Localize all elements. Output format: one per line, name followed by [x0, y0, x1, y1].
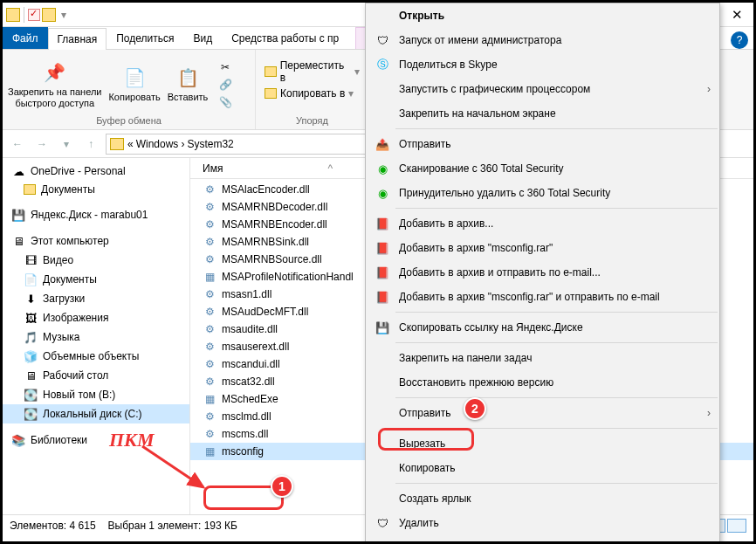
folder-icon	[6, 8, 20, 22]
file-name: msaudite.dll	[222, 323, 278, 335]
paste-button[interactable]: 📋Вставить	[168, 65, 209, 102]
nav-onedrive[interactable]: ☁OneDrive - Personal	[3, 162, 189, 181]
file-icon: ⚙	[203, 375, 216, 389]
nav-thispc[interactable]: 🖥Этот компьютер	[3, 231, 189, 251]
file-icon: ⚙	[203, 217, 216, 231]
file-icon: ▦	[203, 270, 216, 284]
cm-restore[interactable]: Восстановить прежнюю версию	[366, 370, 719, 395]
file-name: MSchedExe	[222, 393, 278, 405]
cm-pintask[interactable]: Закрепить на панели задач	[366, 346, 719, 370]
cm-arch1[interactable]: 📕Добавить в архив...	[366, 211, 719, 236]
cm-open[interactable]: Открыть	[366, 3, 719, 28]
file-name: MSAMRNBSink.dll	[222, 236, 309, 248]
copypath-small-button[interactable]: 🔗	[215, 77, 236, 93]
nav-3d[interactable]: 🧊Объемные объекты	[3, 347, 189, 366]
nav-downloads[interactable]: ⬇Загрузки	[3, 289, 189, 308]
cm-arch2[interactable]: 📕Добавить в архив "msconfig.rar"	[366, 236, 719, 260]
close-button[interactable]: ✕	[721, 3, 753, 26]
up-button[interactable]: ↑	[81, 134, 100, 154]
rar-icon: 📕	[375, 265, 390, 280]
recent-button[interactable]: ▾	[57, 134, 76, 154]
shield-icon: 🛡	[375, 32, 390, 48]
folder-icon	[110, 138, 124, 150]
cm-runadmin[interactable]: 🛡Запуск от имени администратора	[366, 28, 719, 52]
nav-desktop[interactable]: 🖥Рабочий стол	[3, 366, 189, 385]
libraries-icon: 📚	[11, 433, 25, 447]
copy-button[interactable]: 📄Копировать	[108, 65, 160, 102]
qat: ▾	[3, 7, 73, 23]
download-icon: ⬇	[24, 292, 38, 306]
cm-del360[interactable]: ◉Принудительно удалить с 360 Total Secur…	[366, 181, 719, 205]
nav-music[interactable]: 🎵Музыка	[3, 327, 189, 347]
shortcut-icon: 📎	[218, 95, 232, 109]
nav-video[interactable]: 🎞Видео	[3, 251, 189, 270]
file-icon: ⚙	[203, 357, 216, 371]
pin-quickaccess-button[interactable]: 📌Закрепить на панели быстрого доступа	[8, 60, 101, 107]
file-name: MSAMRNBDecoder.dll	[222, 201, 327, 213]
skype-icon: Ⓢ	[375, 57, 390, 72]
file-icon: ⚙	[203, 182, 216, 196]
nav-pictures[interactable]: 🖼Изображения	[3, 308, 189, 327]
cm-copy[interactable]: Копировать	[366, 456, 719, 480]
copyto-button[interactable]: Копировать в ▾	[261, 86, 363, 100]
file-name: mscms.dll	[222, 428, 268, 440]
qat-overflow-icon[interactable]: ▾	[58, 9, 70, 21]
file-name: mscandui.dll	[222, 358, 280, 370]
tab-file[interactable]: Файл	[3, 27, 48, 49]
docs-icon: 📄	[24, 272, 38, 286]
pasteshortcut-small-button[interactable]: 📎	[215, 94, 236, 110]
moveto-button[interactable]: Переместить в ▾	[261, 59, 363, 85]
back-button[interactable]: ←	[8, 134, 27, 154]
pictures-icon: 🖼	[24, 311, 38, 325]
nav-docs2[interactable]: 📄Документы	[3, 270, 189, 289]
qat-properties-icon[interactable]	[28, 9, 40, 21]
desktop-icon: 🖥	[24, 368, 38, 382]
cm-arch3[interactable]: 📕Добавить в архив и отправить по e-mail.…	[366, 260, 719, 285]
drive-icon: 💽	[24, 388, 38, 402]
file-name: msclmd.dll	[222, 410, 271, 423]
nav-localdisk[interactable]: 💽Локальный диск (C:)	[3, 404, 189, 423]
file-icon: ⚙	[203, 340, 216, 354]
cm-cut[interactable]: Вырезать	[366, 431, 719, 456]
tab-share[interactable]: Поделиться	[107, 27, 183, 49]
cm-arch4[interactable]: 📕Добавить в архив "msconfig.rar" и отпра…	[366, 285, 719, 309]
file-name: MSAlacEncoder.dll	[222, 183, 310, 196]
file-name: msauserext.dll	[222, 341, 289, 353]
nav-newvol[interactable]: 💽Новый том (B:)	[3, 385, 189, 404]
cm-rename[interactable]: 🛡Переименовать	[366, 535, 719, 544]
tab-tools[interactable]: Средства работы с пр	[222, 27, 348, 49]
view-icons-button[interactable]	[727, 519, 746, 533]
nav-pane[interactable]: ☁OneDrive - Personal Документы 💾Яндекс.Д…	[3, 158, 190, 514]
cm-gpu[interactable]: Запустить с графическим процессором›	[366, 77, 719, 101]
file-name: mscat32.dll	[222, 375, 275, 388]
cm-sendto[interactable]: Отправить›	[366, 401, 719, 425]
file-name: msconfig	[222, 445, 264, 458]
360-icon: ◉	[375, 161, 390, 176]
pc-icon: 🖥	[11, 234, 25, 248]
cloud-icon: ☁	[11, 164, 25, 178]
cm-skype[interactable]: ⓈПоделиться в Skype	[366, 52, 719, 77]
cut-small-button[interactable]: ✂	[215, 59, 236, 75]
cm-scan360[interactable]: ◉Сканирование с 360 Total Security	[366, 156, 719, 181]
file-name: MSAMRNBEncoder.dll	[222, 218, 327, 231]
cm-yacopy[interactable]: 💾Скопировать ссылку на Яндекс.Диске	[366, 315, 719, 340]
qat-newfolder-icon[interactable]	[42, 8, 56, 22]
forward-button[interactable]: →	[32, 134, 52, 154]
help-button[interactable]: ?	[731, 31, 748, 49]
cm-delete[interactable]: 🛡Удалить	[366, 511, 719, 535]
shield-icon: 🛡	[375, 540, 390, 544]
nav-libraries[interactable]: 📚Библиотеки	[3, 430, 189, 450]
cm-pinstart[interactable]: Закрепить на начальном экране	[366, 101, 719, 126]
file-name: MSAMRNBSource.dll	[222, 253, 322, 265]
tab-home[interactable]: Главная	[48, 28, 107, 50]
breadcrumb[interactable]: « Windows › System32	[106, 134, 394, 155]
nav-documents[interactable]: Документы	[3, 181, 189, 198]
nav-yadisk[interactable]: 💾Яндекс.Диск - marabu01	[3, 205, 189, 224]
cm-shortcut[interactable]: Создать ярлык	[366, 486, 719, 511]
tab-view[interactable]: Вид	[183, 27, 222, 49]
annotation-pkm-label: ПКМ	[109, 429, 155, 451]
file-icon: ⚙	[203, 252, 216, 266]
cm-share[interactable]: 📤Отправить	[366, 132, 719, 156]
yadisk-icon: 💾	[375, 320, 390, 335]
status-count: Элементов: 4 615	[10, 520, 96, 532]
